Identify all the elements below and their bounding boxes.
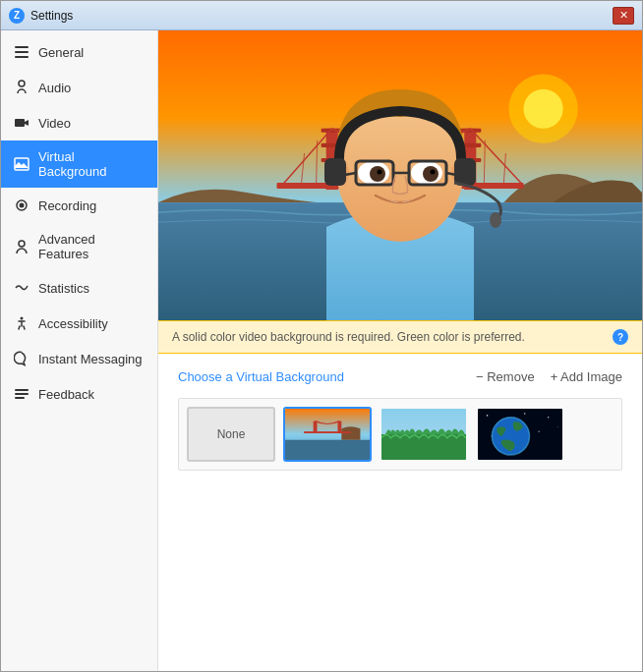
bg-thumb-none[interactable]: None (187, 407, 275, 462)
sidebar-label-statistics: Statistics (38, 281, 89, 296)
main-content: General Audio Video (1, 30, 642, 671)
settings-window: Z Settings ✕ General (0, 0, 643, 672)
svg-rect-54 (285, 440, 370, 461)
svg-rect-0 (15, 46, 29, 48)
window-title: Settings (30, 9, 613, 23)
main-panel: A solid color video background is requir… (158, 30, 642, 671)
warning-text: A solid color video background is requir… (172, 330, 525, 344)
svg-rect-56 (314, 421, 318, 433)
advanced-features-icon (13, 238, 30, 255)
svg-point-65 (557, 426, 558, 427)
instant-messaging-icon (13, 350, 30, 367)
help-icon[interactable]: ? (613, 329, 628, 345)
sidebar-item-statistics[interactable]: Statistics (1, 270, 157, 306)
svg-rect-11 (15, 393, 29, 395)
preview-area (158, 30, 642, 320)
sidebar-label-instant-messaging: Instant Messaging (38, 352, 143, 366)
svg-point-44 (370, 166, 385, 182)
svg-point-61 (487, 415, 489, 417)
bg-thumb-green[interactable] (380, 407, 468, 462)
bg-thumb-golden-gate[interactable] (283, 407, 372, 462)
svg-rect-40 (454, 158, 476, 186)
statistics-icon (13, 279, 30, 297)
svg-rect-10 (15, 389, 29, 391)
svg-point-8 (19, 241, 25, 247)
bg-selector-title: Choose a Virtual Background (178, 369, 344, 384)
svg-point-3 (19, 81, 25, 86)
general-icon (13, 43, 30, 61)
sidebar-item-general[interactable]: General (1, 34, 157, 70)
sidebar-item-audio[interactable]: Audio (1, 70, 157, 105)
sidebar-item-video[interactable]: Video (1, 105, 157, 140)
bg-thumbnails: None (178, 398, 622, 471)
bg-thumb-none-label: None (217, 427, 246, 441)
svg-rect-4 (15, 119, 25, 127)
bg-thumb-space[interactable] (476, 407, 564, 462)
virtual-background-icon (13, 155, 30, 173)
app-icon: Z (9, 8, 25, 24)
close-button[interactable]: ✕ (613, 7, 634, 25)
sidebar-item-virtual-background[interactable]: Virtual Background (1, 140, 157, 188)
svg-point-64 (548, 417, 550, 419)
audio-icon (13, 79, 30, 96)
svg-rect-39 (324, 158, 346, 186)
svg-rect-57 (338, 421, 342, 433)
sidebar-item-advanced-features[interactable]: Advanced Features (1, 223, 157, 270)
svg-rect-59 (381, 434, 466, 461)
sidebar-item-recording[interactable]: Recording (1, 188, 157, 223)
title-bar: Z Settings ✕ (1, 1, 642, 30)
svg-point-9 (21, 317, 24, 320)
svg-point-7 (20, 203, 25, 208)
add-image-button[interactable]: + Add Image (551, 369, 622, 384)
sidebar-label-accessibility: Accessibility (38, 316, 108, 331)
svg-rect-2 (15, 56, 29, 58)
video-icon (13, 114, 30, 132)
sidebar-label-advanced-features: Advanced Features (38, 232, 146, 261)
sidebar-label-feedback: Feedback (38, 387, 94, 402)
recording-icon (13, 196, 30, 214)
svg-point-46 (378, 170, 382, 175)
svg-rect-12 (15, 397, 25, 399)
remove-button[interactable]: − Remove (476, 369, 535, 384)
svg-point-41 (490, 212, 501, 228)
sidebar-item-accessibility[interactable]: Accessibility (1, 306, 157, 341)
svg-point-67 (538, 430, 539, 431)
sidebar-label-virtual-background: Virtual Background (38, 149, 146, 179)
sidebar-label-audio: Audio (38, 81, 71, 95)
sidebar-label-video: Video (38, 116, 71, 131)
bg-selector: Choose a Virtual Background − Remove + A… (158, 354, 642, 671)
sidebar-label-recording: Recording (38, 198, 96, 213)
sidebar-item-instant-messaging[interactable]: Instant Messaging (1, 341, 157, 376)
svg-rect-55 (304, 431, 351, 433)
feedback-icon (13, 385, 30, 403)
sidebar-item-feedback[interactable]: Feedback (1, 376, 157, 412)
svg-point-63 (524, 413, 525, 414)
svg-rect-1 (15, 51, 29, 53)
sidebar: General Audio Video (1, 30, 158, 671)
accessibility-icon (13, 314, 30, 332)
svg-point-47 (431, 170, 436, 175)
bg-selector-header: Choose a Virtual Background − Remove + A… (178, 369, 622, 384)
warning-bar: A solid color video background is requir… (158, 320, 642, 354)
sidebar-label-general: General (38, 45, 84, 60)
svg-point-45 (423, 166, 438, 182)
